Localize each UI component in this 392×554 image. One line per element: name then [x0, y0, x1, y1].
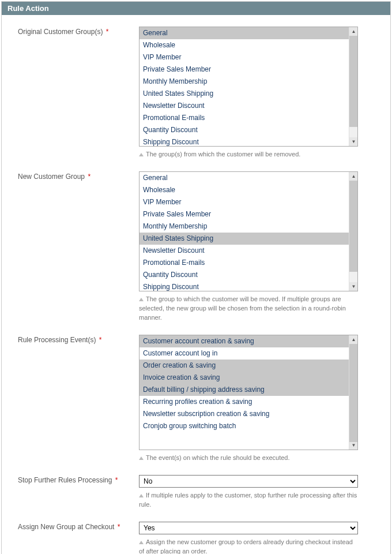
list-option[interactable]: Monthly Membership	[140, 76, 349, 88]
label-text: Original Customer Group(s)	[18, 28, 103, 36]
checkout-select[interactable]: YesNo	[139, 522, 358, 534]
scroll-down-icon[interactable]: ▼	[349, 137, 358, 146]
new-group-control: GeneralWholesaleVIP MemberPrivate Sales …	[139, 171, 358, 322]
events-label: Rule Processing Event(s) *	[18, 335, 139, 344]
help-text: Assign the new customer group to orders …	[139, 538, 353, 554]
checkout-help: Assign the new customer group to orders …	[139, 534, 358, 554]
scroll-up-icon[interactable]: ▲	[349, 335, 358, 344]
list-option[interactable]: Promotional E-mails	[140, 112, 349, 124]
events-multiselect[interactable]: Customer account creation & savingCustom…	[139, 335, 358, 450]
scrollbar[interactable]: ▲▼	[349, 335, 357, 450]
original-group-multiselect[interactable]: GeneralWholesaleVIP MemberPrivate Sales …	[139, 27, 358, 147]
original-group-help: The group(s) from which the customer wil…	[139, 147, 358, 159]
list-option[interactable]: General	[140, 27, 349, 39]
panel-body: Original Customer Group(s) * GeneralWhol…	[2, 15, 390, 554]
list-option[interactable]: Private Sales Member	[140, 208, 349, 220]
scroll-thumb[interactable]	[349, 344, 357, 442]
checkout-row: Assign New Group at Checkout * YesNo Ass…	[18, 522, 380, 554]
help-text: The group to which the customer will be …	[139, 295, 346, 321]
new-group-label: New Customer Group *	[18, 171, 139, 181]
list-option[interactable]: Recurring profiles creation & saving	[140, 396, 349, 408]
events-control: Customer account creation & savingCustom…	[139, 335, 358, 462]
list-option[interactable]: VIP Member	[140, 196, 349, 208]
scroll-up-icon[interactable]: ▲	[349, 27, 358, 36]
required-mark: *	[104, 28, 108, 36]
list-option[interactable]: Customer account log in	[140, 347, 349, 360]
list-option[interactable]: Promotional E-mails	[140, 257, 349, 269]
events-help: The event(s) on which the rule should be…	[139, 450, 358, 462]
list-option[interactable]: Newsletter Discount	[140, 100, 349, 112]
list-option[interactable]: Order creation & saving	[140, 360, 349, 372]
original-group-control: GeneralWholesaleVIP MemberPrivate Sales …	[139, 27, 358, 159]
label-text: Stop Further Rules Processing	[18, 476, 112, 484]
list-option[interactable]: United States Shipping	[140, 88, 349, 100]
stop-select[interactable]: NoYes	[139, 475, 358, 488]
list-option[interactable]: Default billing / shipping address savin…	[140, 384, 349, 396]
help-text: If multiple rules apply to the customer,…	[139, 492, 357, 508]
list-option[interactable]: Quantity Discount	[140, 269, 349, 281]
label-text: Assign New Group at Checkout	[18, 523, 114, 531]
list-option[interactable]: Wholesale	[140, 39, 349, 51]
triangle-icon	[139, 456, 144, 460]
scroll-down-icon[interactable]: ▼	[349, 441, 358, 450]
list-option[interactable]: Shipping Discount	[140, 281, 349, 291]
help-text: The group(s) from which the customer wil…	[146, 151, 300, 158]
scroll-thumb[interactable]	[349, 181, 357, 272]
scroll-up-icon[interactable]: ▲	[349, 172, 358, 181]
new-group-help: The group to which the customer will be …	[139, 291, 358, 322]
panel-title: Rule Action	[2, 2, 390, 15]
list-option[interactable]: Quantity Discount	[140, 124, 349, 136]
stop-control: NoYes If multiple rules apply to the cus…	[139, 475, 358, 509]
list-option[interactable]: Shipping Discount	[140, 136, 349, 146]
list-option[interactable]: Cronjob group switching batch	[140, 420, 349, 432]
list-option[interactable]: Wholesale	[140, 184, 349, 196]
list-option[interactable]: Customer account creation & saving	[140, 335, 349, 347]
events-row: Rule Processing Event(s) * Customer acco…	[18, 335, 380, 462]
required-mark: *	[97, 336, 101, 344]
required-mark: *	[115, 523, 120, 531]
original-group-row: Original Customer Group(s) * GeneralWhol…	[18, 27, 380, 159]
triangle-icon	[139, 298, 144, 301]
required-mark: *	[113, 476, 118, 484]
required-mark: *	[86, 173, 91, 181]
list-option[interactable]: VIP Member	[140, 51, 349, 63]
triangle-icon	[139, 541, 144, 544]
list-option[interactable]: Monthly Membership	[140, 220, 349, 233]
original-group-label: Original Customer Group(s) *	[18, 27, 139, 36]
rule-action-panel: Rule Action Original Customer Group(s) *…	[1, 1, 391, 554]
scrollbar[interactable]: ▲▼	[349, 172, 357, 291]
new-group-row: New Customer Group * GeneralWholesaleVIP…	[18, 171, 380, 322]
new-group-multiselect[interactable]: GeneralWholesaleVIP MemberPrivate Sales …	[139, 171, 358, 291]
checkout-label: Assign New Group at Checkout *	[18, 522, 139, 531]
scroll-down-icon[interactable]: ▼	[349, 282, 358, 291]
scroll-thumb[interactable]	[349, 36, 357, 127]
triangle-icon	[139, 494, 144, 497]
checkout-control: YesNo Assign the new customer group to o…	[139, 522, 358, 554]
help-text: The event(s) on which the rule should be…	[146, 454, 289, 461]
label-text: Rule Processing Event(s)	[18, 336, 96, 344]
list-option[interactable]: Private Sales Member	[140, 63, 349, 76]
label-text: New Customer Group	[18, 173, 85, 181]
list-option[interactable]: United States Shipping	[140, 233, 349, 245]
list-option[interactable]: Newsletter Discount	[140, 245, 349, 257]
scrollbar[interactable]: ▲▼	[349, 27, 357, 146]
stop-row: Stop Further Rules Processing * NoYes If…	[18, 475, 380, 509]
list-option[interactable]: Newsletter subscription creation & savin…	[140, 408, 349, 420]
triangle-icon	[139, 153, 144, 156]
stop-label: Stop Further Rules Processing *	[18, 475, 139, 484]
list-option[interactable]: Invoice creation & saving	[140, 372, 349, 384]
list-option[interactable]: General	[140, 172, 349, 184]
stop-help: If multiple rules apply to the customer,…	[139, 488, 358, 509]
